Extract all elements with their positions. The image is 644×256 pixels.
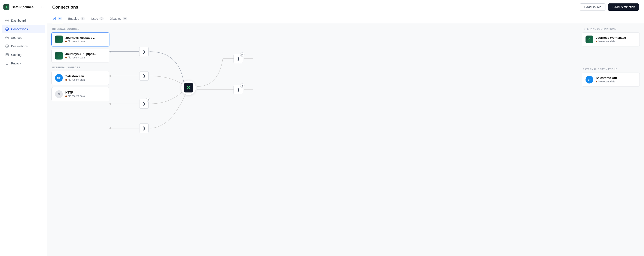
dest-filter-node-internal[interactable]: ❱ 14: [234, 54, 243, 63]
sidebar-item-catalog[interactable]: Catalog: [2, 51, 45, 59]
filter-node-1[interactable]: ❱: [139, 47, 149, 56]
http-status-dot: [65, 95, 67, 97]
top-bar-actions: + Add source + Add destination: [580, 3, 639, 11]
tab-all-badge: 6: [58, 17, 62, 20]
journeys-message-icon: [55, 35, 63, 43]
sources-icon: [5, 36, 9, 40]
tab-issue-badge: 0: [100, 17, 104, 20]
sidebar-label-connections: Connections: [11, 27, 28, 31]
svg-point-11: [110, 51, 111, 52]
filter-node-3-badge: 3: [146, 98, 150, 102]
sidebar-item-sources[interactable]: Sources: [2, 34, 45, 42]
dest-filter-node-external[interactable]: ❱ 1: [234, 85, 243, 94]
external-destinations-label: EXTERNAL DESTINATIONS: [582, 68, 640, 70]
journeys-message-status-dot: [65, 41, 67, 42]
external-sources-label: EXTERNAL SOURCES: [52, 66, 109, 69]
source-card-salesforce-in[interactable]: SF Salesforce In No recent data: [52, 71, 109, 85]
add-destination-label: + Add destination: [612, 5, 635, 9]
destinations-column: INTERNAL DESTINATIONS Journeys Workspace…: [582, 28, 640, 89]
source-card-journeys-api[interactable]: Journeys API: pipeli... No recent data: [52, 49, 109, 63]
external-sources-section: EXTERNAL SOURCES SF Salesforce In No rec…: [52, 66, 109, 101]
page-title: Connections: [52, 5, 78, 10]
main-content: Connections + Add source + Add destinati…: [47, 0, 644, 256]
center-node[interactable]: [181, 80, 196, 95]
collapse-button[interactable]: ‹‹: [41, 5, 44, 9]
top-bar: Connections + Add source + Add destinati…: [47, 0, 644, 14]
journeys-workspace-status-dot: [596, 41, 597, 42]
tab-issue-label: Issue: [91, 17, 98, 20]
sidebar-nav: Dashboard Connections Sources Destinat: [0, 14, 47, 70]
sidebar-label-privacy: Privacy: [11, 62, 21, 65]
salesforce-out-name: Salesforce Out: [596, 76, 636, 80]
salesforce-out-info: Salesforce Out No recent data: [596, 76, 636, 83]
tabs-bar: All 6 Enabled 6 Issue 0 Disabled 0: [47, 14, 644, 23]
journeys-api-status-dot: [65, 57, 67, 58]
filter-node-4[interactable]: ❱: [139, 124, 149, 133]
svg-point-13: [110, 75, 111, 77]
filter-node-3[interactable]: ❱ 3: [139, 99, 149, 109]
dest-card-journeys-workspace[interactable]: Journeys Workspace No recent data: [582, 32, 640, 46]
journeys-workspace-icon: [586, 35, 593, 43]
sidebar-header: Data Pipelines ‹‹: [0, 0, 47, 14]
journeys-api-status: No recent data: [65, 56, 106, 59]
dest-filter-internal-badge: 14: [240, 52, 244, 57]
filter-node-2[interactable]: ❱: [139, 71, 149, 81]
internal-sources-label: INTERNAL SOURCES: [52, 28, 109, 30]
connections-icon: [5, 27, 9, 31]
tab-enabled[interactable]: Enabled 6: [67, 14, 86, 23]
salesforce-in-info: Salesforce In No recent data: [65, 74, 106, 81]
tab-all-label: All: [53, 17, 56, 20]
journeys-api-info: Journeys API: pipeli... No recent data: [65, 52, 106, 59]
dest-filter-external-badge: 1: [240, 83, 244, 88]
svg-rect-7: [6, 53, 8, 56]
connections-canvas: INTERNAL SOURCES Journeys Message ... No…: [47, 23, 644, 256]
salesforce-out-icon: SF: [586, 76, 593, 83]
svg-point-6: [7, 46, 8, 47]
add-source-label: + Add source: [584, 5, 601, 9]
salesforce-in-status-dot: [65, 79, 67, 81]
journeys-api-name: Journeys API: pipeli...: [65, 52, 106, 56]
journeys-message-name: Journeys Message ...: [65, 36, 106, 39]
sidebar-title: Data Pipelines: [12, 5, 34, 9]
salesforce-out-status-dot: [596, 81, 597, 82]
sidebar-item-privacy[interactable]: Privacy: [2, 59, 45, 67]
source-card-http[interactable]: G HTTP No recent data: [52, 87, 109, 101]
salesforce-in-icon: SF: [55, 74, 63, 82]
tab-all[interactable]: All 6: [52, 14, 63, 23]
svg-point-1: [6, 20, 8, 21]
catalog-icon: [5, 53, 9, 57]
internal-destinations-label: INTERNAL DESTINATIONS: [582, 28, 640, 30]
sources-column: INTERNAL SOURCES Journeys Message ... No…: [52, 28, 109, 103]
logo-icon: [4, 4, 10, 10]
add-destination-button[interactable]: + Add destination: [608, 3, 639, 11]
sidebar-logo: Data Pipelines: [4, 4, 34, 10]
journeys-workspace-name: Journeys Workspace: [596, 36, 636, 39]
sidebar-item-connections[interactable]: Connections: [2, 25, 45, 33]
journeys-api-icon: [55, 52, 63, 59]
sidebar-item-dashboard[interactable]: Dashboard: [2, 16, 45, 25]
salesforce-in-status: No recent data: [65, 78, 106, 81]
tab-issue[interactable]: Issue 0: [90, 14, 104, 23]
http-icon: G: [55, 90, 63, 98]
destinations-icon: [5, 44, 9, 48]
dest-card-salesforce-out[interactable]: SF Salesforce Out No recent data: [582, 73, 640, 87]
http-name: HTTP: [65, 91, 106, 94]
privacy-icon: [5, 61, 9, 65]
tab-disabled-badge: 0: [123, 17, 127, 20]
journeys-message-status: No recent data: [65, 40, 106, 43]
sidebar-label-catalog: Catalog: [11, 53, 22, 56]
source-card-journeys-message[interactable]: Journeys Message ... No recent data: [52, 32, 109, 46]
tab-enabled-badge: 6: [80, 17, 85, 20]
connections-svg: [47, 23, 644, 256]
svg-point-17: [110, 127, 111, 129]
sidebar-item-destinations[interactable]: Destinations: [2, 42, 45, 50]
salesforce-in-name: Salesforce In: [65, 74, 106, 78]
sidebar-label-dashboard: Dashboard: [11, 19, 26, 22]
svg-point-15: [110, 103, 111, 105]
center-x-icon: [184, 83, 193, 92]
salesforce-out-status: No recent data: [596, 80, 636, 83]
add-source-button[interactable]: + Add source: [580, 3, 606, 11]
sidebar-label-destinations: Destinations: [11, 44, 28, 48]
tab-disabled[interactable]: Disabled 0: [109, 14, 128, 23]
sidebar: Data Pipelines ‹‹ Dashboard Connections: [0, 0, 47, 256]
